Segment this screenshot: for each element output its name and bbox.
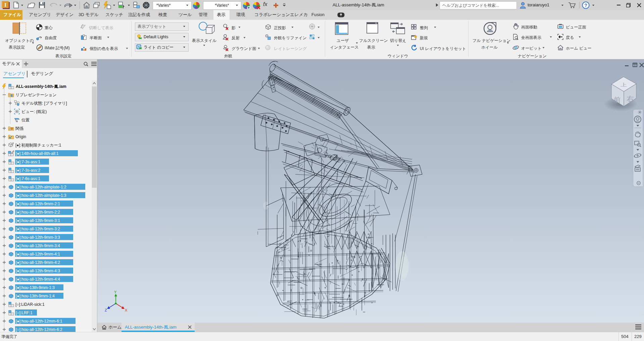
svg-text:右: 右 xyxy=(627,95,634,103)
svg-text:?: ? xyxy=(584,3,587,8)
svg-text:Y: Y xyxy=(114,290,117,294)
svg-text:I: I xyxy=(4,2,7,8)
svg-text:前: 前 xyxy=(614,96,621,104)
svg-text:X: X xyxy=(125,308,128,312)
svg-text:上: 上 xyxy=(620,82,627,87)
svg-text:Z: Z xyxy=(105,308,107,312)
